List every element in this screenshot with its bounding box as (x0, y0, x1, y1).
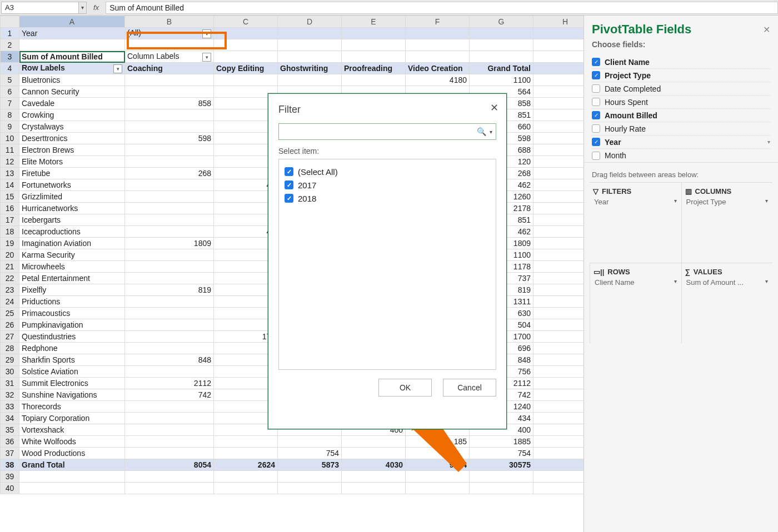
row-header-8[interactable]: 8 (1, 109, 19, 121)
row-label[interactable]: Icecaproductions (19, 226, 125, 238)
pivot-value-cell[interactable] (125, 86, 214, 98)
row-header-35[interactable]: 35 (1, 424, 19, 436)
pivot-value-cell[interactable]: 1809 (125, 238, 214, 249)
pivot-value-cell[interactable]: 858 (125, 98, 214, 109)
row-header-5[interactable]: 5 (1, 74, 19, 86)
row-header-30[interactable]: 30 (1, 366, 19, 378)
row-label[interactable]: Cavedale (19, 98, 125, 109)
row-label[interactable]: Cannon Security (19, 86, 125, 98)
pivot-value-cell[interactable] (125, 121, 214, 133)
row-header-14[interactable]: 14 (1, 179, 19, 191)
row-header-33[interactable]: 33 (1, 401, 19, 413)
row-label[interactable]: Solstice Aviation (19, 366, 125, 378)
column-header-C[interactable]: C (214, 16, 278, 28)
close-icon[interactable]: ✕ (490, 102, 498, 114)
search-icon[interactable]: 🔍 (477, 127, 486, 136)
checkbox-icon[interactable] (592, 152, 600, 160)
pivot-value-cell[interactable] (125, 226, 214, 238)
row-header-9[interactable]: 9 (1, 121, 19, 133)
pivot-col-header-2[interactable]: Copy Editing (214, 63, 278, 74)
pivot-value-cell[interactable] (214, 448, 278, 459)
pivot-value-cell[interactable] (125, 401, 214, 413)
pivot-field-1[interactable]: ✓Project Type (592, 69, 770, 82)
pivot-value-cell[interactable] (125, 214, 214, 226)
row-header-6[interactable]: 6 (1, 86, 19, 98)
row-label[interactable]: Wood Productions (19, 448, 125, 459)
checkbox-icon[interactable]: ✓ (592, 71, 600, 79)
pivot-field-7[interactable]: Month (592, 149, 770, 162)
column-header-E[interactable]: E (342, 16, 406, 28)
pivot-value-cell[interactable] (125, 436, 214, 448)
row-label[interactable]: Karma Security (19, 249, 125, 261)
area-filters[interactable]: ▽FILTERS Year▾ (590, 182, 681, 263)
pivot-value-cell[interactable] (342, 74, 406, 86)
column-header-A[interactable]: A (19, 16, 125, 28)
pivot-field-6[interactable]: ✓Year▾ (592, 135, 770, 149)
cell-A3[interactable]: Sum of Amount Billed (19, 51, 125, 63)
row-label[interactable]: Hurricanetworks (19, 203, 125, 214)
pivot-value-cell[interactable] (214, 74, 278, 86)
pivot-field-0[interactable]: ✓Client Name (592, 56, 770, 69)
pivot-value-cell[interactable]: 598 (125, 133, 214, 144)
pivot-value-cell[interactable]: 819 (125, 284, 214, 296)
filter-item-0[interactable]: ✓(Select All) (285, 165, 490, 178)
row-label[interactable]: Fortunetworks (19, 179, 125, 191)
pivot-col-header-4[interactable]: Proofreading (342, 63, 406, 74)
row-header-29[interactable]: 29 (1, 354, 19, 366)
row-header-21[interactable]: 21 (1, 261, 19, 273)
chevron-down-icon[interactable]: ▾ (765, 198, 768, 206)
checkbox-icon[interactable] (592, 84, 600, 93)
row-header-7[interactable]: 7 (1, 98, 19, 109)
cancel-button[interactable]: Cancel (443, 379, 496, 397)
row-header-37[interactable]: 37 (1, 448, 19, 459)
row-label[interactable]: Firetube (19, 168, 125, 179)
row-header-36[interactable]: 36 (1, 436, 19, 448)
row-header-28[interactable]: 28 (1, 343, 19, 354)
pivot-value-cell[interactable] (125, 179, 214, 191)
area-values[interactable]: ∑VALUES Sum of Amount ...▾ (681, 263, 773, 343)
row-header-16[interactable]: 16 (1, 203, 19, 214)
column-header-D[interactable]: D (278, 16, 342, 28)
pivot-value-cell[interactable]: 754 (470, 448, 533, 459)
pivot-col-header-5[interactable]: Video Creation (406, 63, 470, 74)
row-header-17[interactable]: 17 (1, 214, 19, 226)
checkbox-icon[interactable]: ✓ (285, 194, 293, 203)
chevron-down-icon[interactable]: ▾ (765, 278, 768, 287)
pivot-value-cell[interactable] (125, 331, 214, 343)
row-header-24[interactable]: 24 (1, 296, 19, 308)
checkbox-icon[interactable]: ✓ (285, 180, 293, 189)
pivot-value-cell[interactable]: 1885 (470, 436, 533, 448)
column-header-F[interactable]: F (406, 16, 470, 28)
row-header-2[interactable]: 2 (1, 39, 19, 51)
pivot-col-header-0[interactable]: Row Labels▾ (19, 63, 125, 74)
pivot-value-cell[interactable] (342, 448, 406, 459)
row-header-39[interactable]: 39 (1, 471, 19, 483)
pivot-field-2[interactable]: Date Completed (592, 82, 770, 96)
pivot-field-5[interactable]: Hourly Rate (592, 122, 770, 135)
pivot-value-cell[interactable] (125, 413, 214, 424)
filter-item-2[interactable]: ✓2018 (285, 192, 490, 205)
area-columns-item[interactable]: Project Type (686, 198, 726, 206)
chevron-down-icon[interactable]: ▾ (674, 278, 677, 287)
cell-B3[interactable]: Column Labels▾ (125, 51, 214, 63)
row-label[interactable]: Pumpkinavigation (19, 319, 125, 331)
pivot-field-3[interactable]: Hours Spent (592, 96, 770, 109)
row-labels-dropdown-icon[interactable]: ▾ (113, 64, 122, 73)
pivot-value-cell[interactable]: 1100 (470, 74, 533, 86)
row-label[interactable]: Bluetronics (19, 74, 125, 86)
checkbox-icon[interactable]: ✓ (592, 138, 600, 146)
pivot-value-cell[interactable] (125, 273, 214, 284)
row-header-25[interactable]: 25 (1, 308, 19, 319)
pivot-value-cell[interactable] (278, 74, 342, 86)
pivot-value-cell[interactable]: 754 (278, 448, 342, 459)
pivot-value-cell[interactable]: 2112 (125, 378, 214, 389)
pivot-value-cell[interactable] (125, 156, 214, 168)
row-header-19[interactable]: 19 (1, 238, 19, 249)
row-header-18[interactable]: 18 (1, 226, 19, 238)
row-header-34[interactable]: 34 (1, 413, 19, 424)
pivot-value-cell[interactable] (125, 296, 214, 308)
row-header-31[interactable]: 31 (1, 378, 19, 389)
row-label[interactable]: Pixelfly (19, 284, 125, 296)
row-header-38[interactable]: 38 (1, 459, 19, 471)
pivot-value-cell[interactable] (342, 436, 406, 448)
